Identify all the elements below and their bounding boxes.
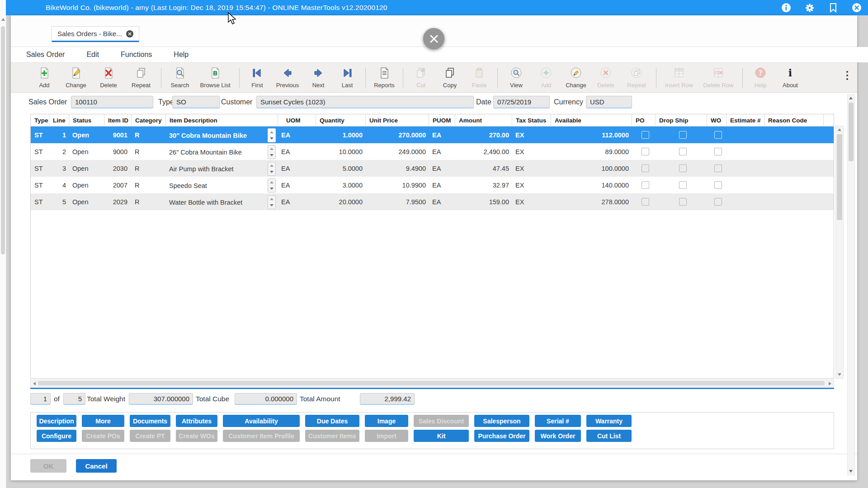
table-row[interactable]: ST 1 Open 9001 R 30" Cobra Mountain Bike… [31, 127, 834, 143]
action-button[interactable]: Salesperson [474, 415, 529, 427]
drop-ship-checkbox[interactable] [679, 198, 687, 206]
scroll-up-arrow-icon[interactable] [838, 128, 841, 131]
page-left-scrollbar[interactable] [0, 0, 6, 488]
drop-ship-checkbox[interactable] [679, 131, 687, 139]
stepper-up-icon[interactable] [268, 196, 275, 202]
scrollbar-thumb[interactable] [1, 26, 5, 254]
sales-order-field[interactable]: 100110 [71, 96, 153, 108]
po-checkbox[interactable] [642, 164, 649, 172]
column-header[interactable]: Reason Code [764, 114, 823, 126]
description-stepper[interactable] [268, 128, 276, 142]
wo-checkbox[interactable] [714, 131, 722, 139]
stepper-up-icon[interactable] [268, 162, 275, 169]
browse-list-button[interactable]: B Browse List [195, 67, 236, 89]
type-field[interactable]: SO [172, 96, 220, 108]
drop-ship-checkbox[interactable] [679, 164, 687, 172]
stepper-up-icon[interactable] [268, 179, 275, 186]
scroll-left-arrow-icon[interactable] [33, 382, 36, 385]
action-button[interactable]: Serial # [535, 415, 581, 427]
dialog-close-button[interactable] [423, 28, 444, 49]
table-row[interactable]: ST 2 Open 9000 R 26" Cobra Mountain Bike… [31, 143, 834, 160]
insert-row-button[interactable]: Insert Row [660, 67, 698, 89]
scroll-down-arrow-icon[interactable] [838, 373, 841, 376]
wo-checkbox[interactable] [714, 198, 722, 206]
column-header[interactable]: WO [707, 114, 726, 126]
action-button[interactable]: Work Order [535, 430, 581, 442]
wo-checkbox[interactable] [714, 164, 722, 172]
description-stepper[interactable] [268, 145, 276, 159]
tab-close-icon[interactable] [126, 30, 133, 38]
cut-button[interactable]: Cut [407, 67, 435, 89]
table-row[interactable]: ST 5 Open 2029 R Water Bottle with Brack… [31, 193, 834, 210]
action-button[interactable]: Create PT [130, 430, 170, 442]
column-header[interactable]: Type [31, 114, 49, 126]
action-button[interactable]: Customer Items [305, 430, 359, 442]
column-header[interactable]: Line [49, 114, 69, 126]
table-row[interactable]: ST 3 Open 2030 R Air Pump with Bracket E… [31, 160, 834, 177]
stepper-down-icon[interactable] [268, 152, 275, 159]
scrollbar-thumb[interactable] [38, 381, 825, 385]
po-checkbox[interactable] [642, 131, 649, 139]
stepper-down-icon[interactable] [268, 186, 275, 192]
next-button[interactable]: Next [304, 67, 333, 89]
action-button[interactable]: Description [37, 415, 76, 427]
scroll-down-arrow-icon[interactable] [849, 470, 853, 473]
column-header[interactable]: Category [131, 114, 165, 126]
po-checkbox[interactable] [642, 198, 649, 206]
delete-row-circle-button[interactable]: Delete [591, 67, 621, 89]
action-button[interactable]: Warranty [586, 415, 632, 427]
action-button[interactable]: More [82, 415, 124, 427]
action-button[interactable]: Import [365, 430, 408, 442]
menu-sales-order[interactable]: Sales Order [26, 51, 75, 59]
stepper-down-icon[interactable] [268, 169, 275, 176]
action-button[interactable]: Create WOs [176, 430, 217, 442]
column-header[interactable]: Quantity [316, 114, 365, 126]
ok-button[interactable]: OK [30, 459, 66, 473]
column-header[interactable]: Tax Status [512, 114, 551, 126]
action-button[interactable]: Create POs [82, 430, 124, 442]
column-header[interactable]: PO [632, 114, 655, 126]
menu-help[interactable]: Help [174, 51, 199, 59]
description-stepper[interactable] [268, 162, 276, 176]
action-button[interactable]: Configure [37, 430, 76, 442]
search-button[interactable]: Search [165, 67, 195, 89]
currency-field[interactable]: USD [586, 96, 632, 108]
customer-field[interactable]: Sunset Cycles (1023) [256, 96, 474, 108]
action-button[interactable]: Image [365, 415, 408, 427]
view-button[interactable]: View [501, 67, 531, 89]
previous-button[interactable]: Previous [271, 67, 304, 89]
paste-button[interactable]: Paste [465, 67, 494, 89]
repeat-row-button[interactable]: Repeat [621, 67, 652, 89]
about-button[interactable]: i About [774, 67, 806, 89]
window-vertical-scrollbar[interactable] [847, 94, 855, 475]
tab-sales-orders[interactable]: Sales Orders - Bike... [52, 26, 139, 42]
scroll-right-arrow-icon[interactable] [829, 382, 831, 385]
drop-ship-checkbox[interactable] [679, 181, 687, 189]
bookmark-icon[interactable] [828, 3, 838, 13]
description-stepper[interactable] [268, 195, 276, 209]
table-row[interactable]: ST 4 Open 2007 R Speedo Seat EA 3.0000 1 [31, 177, 834, 193]
window-close-icon[interactable] [852, 3, 862, 13]
first-button[interactable]: First [243, 67, 271, 89]
scrollbar-thumb[interactable] [849, 103, 854, 161]
change-row-button[interactable]: Change [561, 67, 591, 89]
action-button[interactable]: Cut List [586, 430, 632, 442]
scroll-up-arrow-icon[interactable] [849, 97, 853, 99]
reports-button[interactable]: Reports [369, 67, 399, 89]
menu-functions[interactable]: Functions [121, 51, 163, 59]
grid-vertical-scrollbar[interactable] [835, 126, 844, 379]
add-button[interactable]: Add [29, 67, 60, 89]
drop-ship-checkbox[interactable] [679, 148, 687, 155]
wo-checkbox[interactable] [714, 148, 722, 155]
action-button[interactable]: Purchase Order [474, 430, 529, 442]
description-stepper[interactable] [268, 178, 276, 192]
cancel-button[interactable]: Cancel [76, 459, 117, 473]
column-header[interactable]: Drop Ship [655, 114, 707, 126]
action-button[interactable]: Kit [414, 430, 469, 442]
copy-button[interactable]: Copy [435, 67, 465, 89]
column-header[interactable]: Amount [455, 114, 512, 126]
column-header[interactable]: Item Description [165, 114, 278, 126]
page-current-field[interactable]: 1 [30, 393, 51, 405]
stepper-down-icon[interactable] [268, 202, 275, 209]
column-header[interactable]: PUOM [429, 114, 455, 126]
